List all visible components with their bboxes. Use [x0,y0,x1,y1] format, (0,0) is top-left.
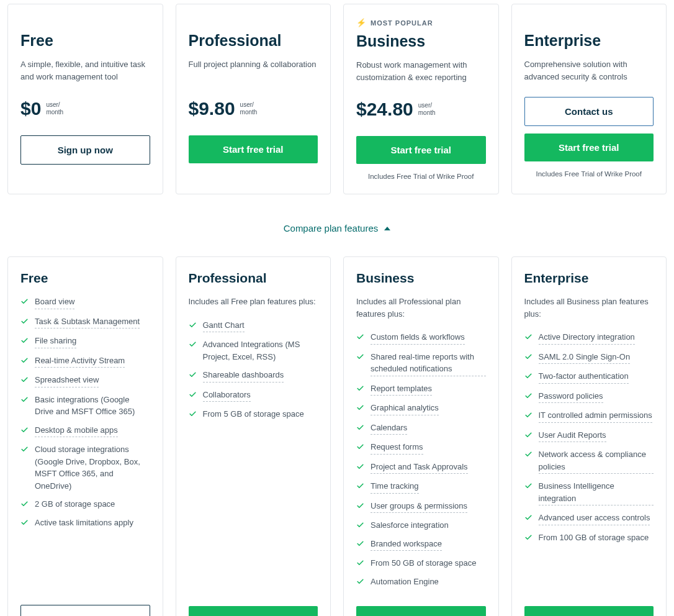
feature-text: Spreadsheet view [35,374,99,387]
check-icon [20,426,29,434]
check-icon [524,353,532,361]
feature-item: From 100 GB of storage space [524,532,654,544]
feature-text: User groups & permissions [371,500,467,514]
start-free-trial-button[interactable]: Start free trial [524,134,654,161]
feature-item: Graphical analytics [356,402,486,415]
check-icon [524,482,532,490]
check-icon [20,297,29,306]
feature-text: From 100 GB of storage space [539,532,649,544]
check-icon [356,443,364,451]
includes-note: Includes all Professional plan features … [356,296,486,320]
feature-text: Task & Subtask Management [35,315,140,329]
feature-card-enterprise: EnterpriseIncludes all Business plan fea… [511,256,667,616]
feature-item: User Audit Reports [524,429,654,443]
check-icon [20,500,29,508]
check-icon [356,521,364,529]
feature-text: Real-time Activity Stream [35,355,125,368]
price-line: $24.80user/month [356,97,486,121]
feature-item: Real-time Activity Stream [20,355,150,368]
feature-text: SAML 2.0 Single Sign-On [539,351,631,365]
feature-text: Board view [35,296,74,309]
start-free-trial-button[interactable]: Start free trial [189,606,318,616]
compare-section: Compare plan features [7,223,667,234]
check-icon [20,337,29,345]
feature-item: Advanced user access controls [524,512,654,525]
start-free-trial-button[interactable]: Start free trial [189,135,318,163]
feature-item: Desktop & mobile apps [20,424,150,438]
plan-title: Business [356,32,486,50]
feature-text: IT controlled admin permissions [539,409,652,423]
feature-item: Advanced Integrations (MS Project, Excel… [189,338,318,363]
feature-text: Password policies [539,390,603,404]
feature-item: Report templates [356,383,486,396]
check-icon [20,445,29,453]
bolt-icon: ⚡ [356,18,367,27]
sign-up-button[interactable]: Sign up now [20,605,150,616]
includes-note: Includes all Free plan features plus: [189,296,318,308]
feature-text: Custom fields & workflows [371,331,465,345]
feature-item: Branded workspace [356,538,486,551]
feature-text: Shareable dashboards [203,369,284,383]
feature-item: Active task limitations apply [20,517,150,529]
pricing-card-enterprise: EnterpriseComprehensive solution with ad… [511,4,667,194]
feature-text: Basic integrations (Google Drive and MSF… [35,394,150,418]
start-free-trial-button[interactable]: Start free trial [524,606,654,616]
check-icon [356,463,364,471]
feature-text: Automation Engine [371,576,439,588]
feature-item: Board view [20,296,150,309]
price-amount: $0 [20,98,41,119]
feature-text: Advanced Integrations (MS Project, Excel… [203,338,318,363]
feature-item: Request forms [356,441,486,455]
plan-description: Comprehensive solution with advanced sec… [524,58,654,84]
feature-card-professional: ProfessionalIncludes all Free plan featu… [176,256,331,616]
feature-item: Time tracking [356,480,486,494]
features-row: FreeBoard viewTask & Subtask ManagementF… [7,256,667,616]
start-free-trial-button[interactable]: Start free trial [356,606,486,616]
feature-item: Spreadsheet view [20,374,150,387]
price-unit: user/month [240,101,258,116]
check-icon [524,514,532,522]
plan-description: A simple, flexible, and intuitive task a… [20,58,150,84]
feature-item: Project and Task Approvals [356,461,486,474]
trial-note: Includes Free Trial of Wrike Proof [524,170,654,178]
caret-up-icon [384,227,390,230]
feature-text: Project and Task Approvals [371,461,468,474]
feature-item: Password policies [524,390,654,404]
start-free-trial-button[interactable]: Start free trial [356,136,486,164]
feature-card-business: BusinessIncludes all Professional plan f… [343,256,499,616]
check-icon [20,519,29,527]
feature-item: Two-factor authentication [524,370,654,384]
feature-item: File sharing [20,335,150,348]
price-amount: $24.80 [356,99,413,120]
compare-label: Compare plan features [284,223,379,233]
check-icon [524,372,532,380]
feature-list: Board viewTask & Subtask ManagementFile … [20,296,150,592]
feature-item: 2 GB of storage space [20,498,150,510]
check-icon [20,376,29,384]
feature-text: Salesforce integration [371,519,449,532]
sign-up-button[interactable]: Sign up now [20,135,150,165]
feature-text: Shared real-time reports with scheduled … [371,351,486,376]
feature-item: Cloud storage integrations (Google Drive… [20,443,150,492]
feature-card-free: FreeBoard viewTask & Subtask ManagementF… [7,256,163,616]
feature-item: Custom fields & workflows [356,331,486,345]
feature-text: Request forms [371,441,423,455]
feature-list: Custom fields & workflowsShared real-tim… [356,331,486,594]
contact-us-button[interactable]: Contact us [524,97,654,126]
feature-text: Calendars [371,422,407,435]
pricing-card-business: ⚡MOST POPULARBusinessRobust work managem… [343,4,499,194]
feature-text: Cloud storage integrations (Google Drive… [35,443,150,492]
feature-text: 2 GB of storage space [35,498,115,510]
price-amount: $9.80 [189,98,235,119]
check-icon [356,578,364,586]
feature-item: Active Directory integration [524,331,654,345]
check-icon [524,411,532,419]
feature-item: Gantt Chart [189,319,318,333]
feature-text: File sharing [35,335,76,348]
check-icon [524,533,532,541]
compare-plan-features-toggle[interactable]: Compare plan features [284,223,391,233]
feature-item: Salesforce integration [356,519,486,532]
feature-text: From 5 GB of storage space [203,408,304,420]
check-icon [189,340,197,348]
trial-note: Includes Free Trial of Wrike Proof [356,173,486,180]
